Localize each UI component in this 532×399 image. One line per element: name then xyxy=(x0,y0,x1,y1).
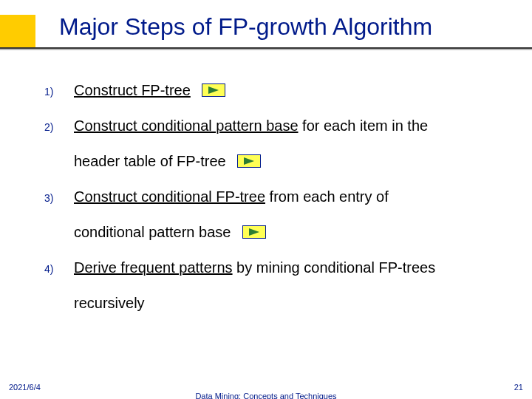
underlined-term: Construct conditional pattern base xyxy=(74,117,299,134)
list-text: Construct conditional FP-tree from each … xyxy=(74,180,517,213)
underlined-term: Derive frequent patterns xyxy=(74,259,233,276)
svg-marker-0 xyxy=(208,86,219,94)
title-rule xyxy=(0,47,532,49)
footer-date: 2021/6/4 xyxy=(9,383,41,392)
list-marker xyxy=(44,304,74,308)
list-item: 2) Construct conditional pattern base fo… xyxy=(44,109,517,142)
slide-title: Major Steps of FP-growth Algorithm xyxy=(59,13,432,41)
play-icon[interactable] xyxy=(202,83,225,97)
text-post: by mining conditional FP-trees xyxy=(233,259,436,276)
list-item-cont: recursively xyxy=(44,287,517,319)
list-marker: 4) xyxy=(44,259,74,275)
list-marker: 1) xyxy=(44,81,74,98)
text-post: from each entry of xyxy=(265,188,389,205)
list-marker xyxy=(44,233,74,237)
accent-block xyxy=(0,15,35,47)
list-item: 1) Construct FP-tree xyxy=(44,74,517,106)
text-cont: conditional pattern base xyxy=(74,224,231,240)
list-text: Derive frequent patterns by mining condi… xyxy=(74,251,517,284)
footer-title: Data Mining: Concepts and Techniques xyxy=(0,392,532,399)
list-item: 3) Construct conditional FP-tree from ea… xyxy=(44,180,517,213)
text-cont: recursively xyxy=(74,295,145,311)
play-icon[interactable] xyxy=(242,225,266,239)
svg-marker-2 xyxy=(249,228,259,236)
list-text: Construct conditional pattern base for e… xyxy=(74,109,517,142)
list-text: header table of FP-tree xyxy=(74,145,517,177)
list-marker: 2) xyxy=(44,117,74,133)
underlined-term: Construct conditional FP-tree xyxy=(74,188,265,205)
list-marker: 3) xyxy=(44,188,74,204)
list-text: recursively xyxy=(74,287,517,319)
content-area: 1) Construct FP-tree 2) Construct condit… xyxy=(44,74,517,322)
list-text: conditional pattern base xyxy=(74,216,517,248)
text-post: for each item in the xyxy=(299,117,429,134)
svg-marker-1 xyxy=(244,157,254,165)
play-icon[interactable] xyxy=(237,154,261,168)
underlined-term: Construct FP-tree xyxy=(74,82,191,98)
text-cont: header table of FP-tree xyxy=(74,153,226,169)
list-marker xyxy=(44,162,74,166)
list-item-cont: header table of FP-tree xyxy=(44,145,517,177)
list-text: Construct FP-tree xyxy=(74,74,517,106)
list-item-cont: conditional pattern base xyxy=(44,216,517,248)
list-item: 4) Derive frequent patterns by mining co… xyxy=(44,251,517,284)
footer-page: 21 xyxy=(514,383,523,392)
